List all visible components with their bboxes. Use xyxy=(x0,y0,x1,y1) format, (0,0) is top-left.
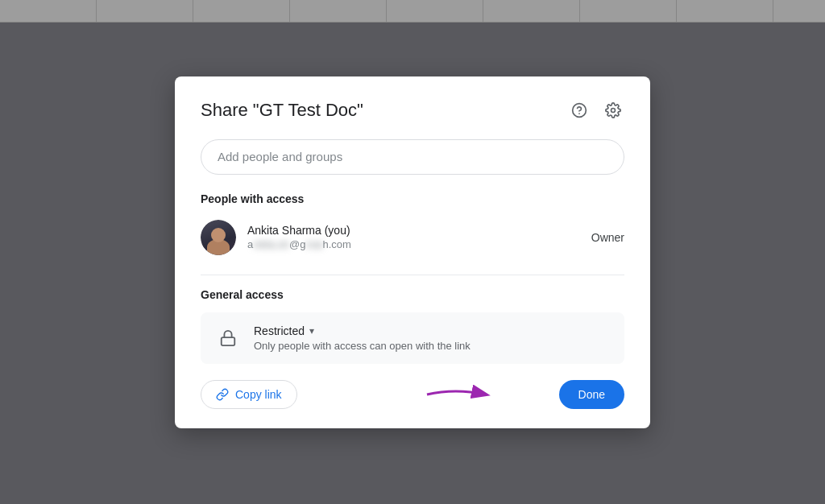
copy-link-button[interactable]: Copy link xyxy=(201,380,297,409)
email-blurred-2: mai xyxy=(305,238,322,250)
person-row: Ankita Sharma (you) ankita.sh@gmaih.com … xyxy=(201,217,624,258)
arrow-annotation xyxy=(423,383,495,406)
general-access-label: General access xyxy=(201,288,624,301)
done-label: Done xyxy=(578,388,605,401)
lock-icon-wrapper xyxy=(214,324,243,353)
svg-rect-3 xyxy=(222,337,235,345)
share-dialog: Share "GT Test Doc" xyxy=(175,76,650,428)
dropdown-arrow-icon: ▾ xyxy=(309,325,314,337)
svg-point-2 xyxy=(611,108,616,112)
dialog-title: Share "GT Test Doc" xyxy=(201,100,363,121)
person-role: Owner xyxy=(591,231,624,244)
people-with-access-label: People with access xyxy=(201,192,624,205)
dialog-header: Share "GT Test Doc" xyxy=(201,99,624,122)
copy-link-label: Copy link xyxy=(235,388,282,401)
help-icon xyxy=(571,102,587,118)
access-description: Only people with access can open with th… xyxy=(254,340,471,352)
person-name: Ankita Sharma (you) xyxy=(247,224,351,237)
link-icon xyxy=(216,388,229,401)
add-people-input[interactable] xyxy=(218,150,607,163)
person-email: ankita.sh@gmaih.com xyxy=(247,238,351,250)
lock-icon xyxy=(219,329,237,347)
pointing-arrow-icon xyxy=(423,383,495,406)
general-access-row: Restricted ▾ Only people with access can… xyxy=(201,312,624,364)
access-type-label: Restricted xyxy=(254,324,305,337)
person-details: Ankita Sharma (you) ankita.sh@gmaih.com xyxy=(247,224,351,250)
done-button[interactable]: Done xyxy=(559,380,624,409)
help-icon-button[interactable] xyxy=(568,99,591,122)
dialog-footer: Copy link Done xyxy=(201,380,624,409)
dialog-overlay: Share "GT Test Doc" xyxy=(0,0,825,504)
header-icons xyxy=(568,99,624,122)
settings-icon-button[interactable] xyxy=(602,99,624,122)
avatar-image xyxy=(201,220,236,255)
section-divider xyxy=(201,275,624,275)
email-blurred-1: nkita.sh xyxy=(253,238,289,250)
person-info: Ankita Sharma (you) ankita.sh@gmaih.com xyxy=(201,220,351,255)
avatar xyxy=(201,220,236,255)
access-details: Restricted ▾ Only people with access can… xyxy=(254,324,471,352)
gear-icon xyxy=(605,102,621,118)
search-input-wrapper[interactable] xyxy=(201,139,624,175)
access-type-row[interactable]: Restricted ▾ xyxy=(254,324,471,337)
